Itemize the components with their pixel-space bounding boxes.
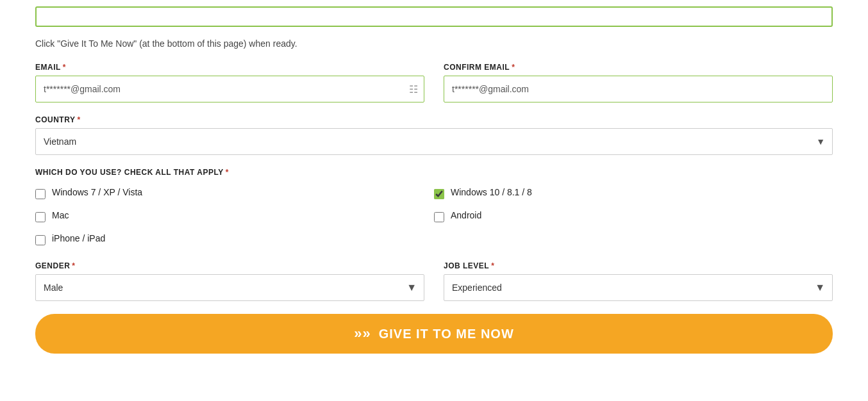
checkbox-item-android: Android — [434, 210, 833, 224]
checkbox-win7-label[interactable]: Windows 7 / XP / Vista — [52, 187, 142, 197]
email-row: EMAIL* ☷ CONFIRM EMAIL* — [35, 63, 833, 102]
checkbox-item-mac: Mac — [35, 210, 434, 224]
email-group: EMAIL* ☷ — [35, 63, 424, 102]
gender-joblevel-row: GENDER* Male Female Other ▼ JOB LEVEL* E… — [35, 261, 833, 301]
confirm-email-label: CONFIRM EMAIL* — [444, 63, 833, 72]
checkbox-win10[interactable] — [434, 189, 444, 199]
confirm-email-input-wrapper — [444, 76, 833, 102]
devices-label: WHICH DO YOU USE? CHECK ALL THAT APPLY* — [35, 168, 833, 177]
job-level-select[interactable]: Experienced Entry Level Manager Senior E… — [444, 274, 833, 301]
checkbox-item-iphone: iPhone / iPad — [35, 233, 434, 247]
job-level-label: JOB LEVEL* — [444, 261, 833, 270]
checkbox-iphone[interactable] — [35, 235, 46, 245]
devices-required: * — [226, 168, 229, 177]
country-label: COUNTRY* — [35, 115, 833, 124]
devices-section: WHICH DO YOU USE? CHECK ALL THAT APPLY* … — [35, 168, 833, 247]
checkbox-item-win7: Windows 7 / XP / Vista — [35, 187, 434, 201]
checkbox-iphone-label[interactable]: iPhone / iPad — [52, 233, 105, 243]
confirm-email-required: * — [512, 63, 515, 72]
checkbox-mac[interactable] — [35, 212, 46, 222]
email-required: * — [63, 63, 66, 72]
submit-button-label: GIVE IT TO ME NOW — [379, 327, 514, 341]
page-wrapper: Click "Give It To Me Now" (at the bottom… — [0, 0, 868, 373]
gender-select-wrapper: Male Female Other ▼ — [35, 274, 424, 301]
instruction-text: Click "Give It To Me Now" (at the bottom… — [35, 38, 833, 49]
email-input[interactable] — [35, 76, 424, 102]
submit-chevron-icon: »» — [354, 325, 371, 342]
checkbox-android[interactable] — [434, 212, 444, 222]
gender-group: GENDER* Male Female Other ▼ — [35, 261, 424, 301]
checkbox-android-label[interactable]: Android — [451, 210, 481, 220]
gender-required: * — [72, 261, 75, 270]
confirm-email-group: CONFIRM EMAIL* — [444, 63, 833, 102]
gender-label: GENDER* — [35, 261, 424, 270]
job-level-select-wrapper: Experienced Entry Level Manager Senior E… — [444, 274, 833, 301]
checkbox-win7[interactable] — [35, 189, 46, 199]
job-level-required: * — [491, 261, 494, 270]
top-banner — [35, 6, 833, 27]
country-required: * — [77, 115, 80, 124]
gender-select[interactable]: Male Female Other — [35, 274, 424, 301]
email-label: EMAIL* — [35, 63, 424, 72]
submit-button[interactable]: »» GIVE IT TO ME NOW — [35, 314, 833, 354]
checkbox-item-win10: Windows 10 / 8.1 / 8 — [434, 187, 833, 201]
job-level-group: JOB LEVEL* Experienced Entry Level Manag… — [444, 261, 833, 301]
country-group: COUNTRY* Vietnam United States United Ki… — [35, 115, 833, 155]
country-row: COUNTRY* Vietnam United States United Ki… — [35, 115, 833, 155]
country-select[interactable]: Vietnam United States United Kingdom Aus… — [35, 128, 833, 155]
confirm-email-input[interactable] — [444, 76, 833, 102]
checkboxes-grid: Windows 7 / XP / Vista Windows 10 / 8.1 … — [35, 187, 833, 247]
country-select-wrapper: Vietnam United States United Kingdom Aus… — [35, 128, 833, 155]
checkbox-mac-label[interactable]: Mac — [52, 210, 69, 220]
checkbox-win10-label[interactable]: Windows 10 / 8.1 / 8 — [451, 187, 532, 197]
email-input-wrapper: ☷ — [35, 76, 424, 102]
